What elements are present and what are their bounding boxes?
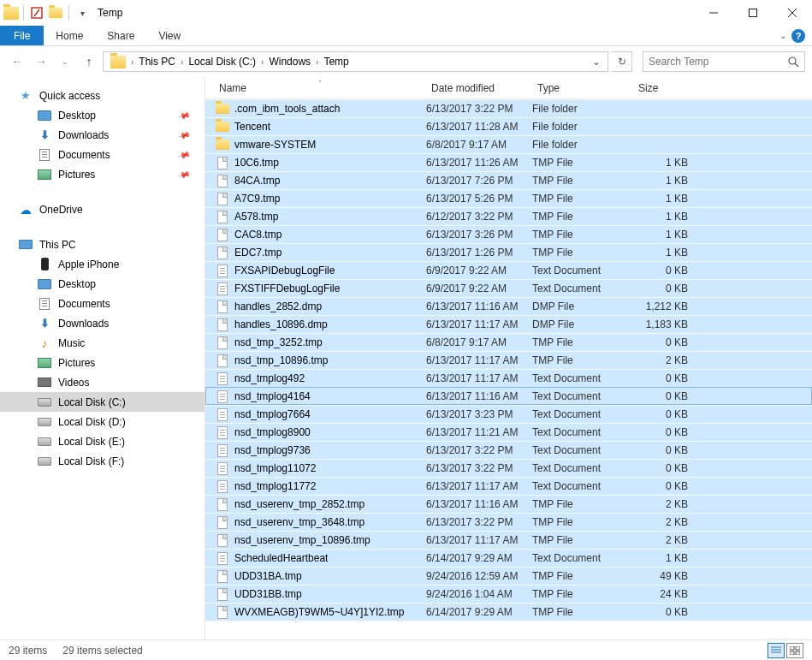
file-row[interactable]: nsd_tmplog4926/13/2017 11:17 AMText Docu…	[205, 369, 812, 387]
maximize-button[interactable]	[733, 0, 773, 26]
nav-forward-button[interactable]: →	[31, 51, 51, 72]
sidebar-item-pictures[interactable]: Pictures	[0, 353, 204, 372]
breadcrumb-drive[interactable]: Local Disk (C:)	[185, 56, 259, 68]
file-row[interactable]: Tencent6/13/2017 11:28 AMFile folder	[205, 117, 812, 135]
txt-icon	[217, 480, 228, 493]
svg-line-6	[795, 63, 798, 67]
file-name: nsd_tmplog4164	[234, 390, 311, 402]
file-row[interactable]: handles_2852.dmp6/13/2017 11:16 AMDMP Fi…	[205, 297, 812, 315]
tab-home[interactable]: Home	[44, 26, 95, 45]
file-row[interactable]: 84CA.tmp6/13/2017 7:26 PMTMP File1 KB	[205, 171, 812, 189]
sidebar-item-local-disk-d-[interactable]: Local Disk (D:)	[0, 412, 204, 431]
column-type[interactable]: Type	[532, 82, 633, 94]
sidebar-item-documents[interactable]: Documents	[0, 294, 204, 313]
chevron-right-icon[interactable]: ›	[259, 57, 265, 67]
file-row[interactable]: FXSAPIDebugLogFile6/9/2017 9:22 AMText D…	[205, 261, 812, 279]
file-size: 0 KB	[633, 444, 695, 456]
qat-newfolder-icon[interactable]	[47, 4, 64, 21]
column-date[interactable]: Date modified	[426, 82, 532, 94]
sidebar-item-local-disk-c-[interactable]: Local Disk (C:)	[0, 392, 204, 412]
file-row[interactable]: .com_ibm_tools_attach6/13/2017 3:22 PMFi…	[205, 99, 812, 117]
file-row[interactable]: nsd_tmplog89006/13/2017 11:21 AMText Doc…	[205, 423, 812, 441]
cloud-icon	[19, 204, 33, 216]
sidebar-item-local-disk-e-[interactable]: Local Disk (E:)	[0, 431, 204, 451]
file-date: 6/8/2017 9:17 AM	[426, 139, 532, 151]
search-icon[interactable]	[788, 56, 799, 68]
close-button[interactable]	[773, 0, 812, 26]
nav-up-button[interactable]: ↑	[79, 51, 99, 72]
view-thumbnails-button[interactable]	[786, 643, 803, 658]
breadcrumb-windows[interactable]: Windows	[265, 56, 314, 68]
file-row[interactable]: handles_10896.dmp6/13/2017 11:17 AMDMP F…	[205, 315, 812, 333]
address-bar[interactable]: › This PC › Local Disk (C:) › Windows › …	[103, 51, 608, 72]
file-row[interactable]: nsd_tmplog76646/13/2017 3:23 PMText Docu…	[205, 405, 812, 423]
address-dropdown-icon[interactable]: ⌄	[589, 56, 604, 68]
file-size: 1 KB	[633, 552, 695, 564]
file-row[interactable]: ScheduledHeartbeat6/14/2017 9:29 AMText …	[205, 549, 812, 567]
file-row[interactable]: nsd_userenv_tmp_10896.tmp6/13/2017 11:17…	[205, 531, 812, 549]
tab-view[interactable]: View	[146, 26, 193, 45]
file-row[interactable]: nsd_userenv_tmp_2852.tmp6/13/2017 11:16 …	[205, 495, 812, 513]
chevron-right-icon[interactable]: ›	[129, 57, 135, 67]
qat-customize-dropdown[interactable]: ▾	[74, 4, 91, 21]
sidebar-this-pc[interactable]: This PC	[0, 235, 204, 254]
file-size: 2 KB	[633, 354, 695, 366]
sidebar-item-downloads[interactable]: Downloads📌	[0, 125, 204, 145]
sidebar-item-desktop[interactable]: Desktop	[0, 274, 204, 294]
search-input[interactable]	[649, 56, 788, 68]
minimize-button[interactable]	[694, 0, 733, 26]
file-row[interactable]: UDD31BA.tmp9/24/2016 12:59 AMTMP File49 …	[205, 567, 812, 585]
file-row[interactable]: vmware-SYSTEM6/8/2017 9:17 AMFile folder	[205, 135, 812, 153]
nav-back-button[interactable]: ←	[7, 51, 27, 72]
file-size: 1,212 KB	[633, 300, 695, 312]
file-row[interactable]: FXSTIFFDebugLogFile6/9/2017 9:22 AMText …	[205, 279, 812, 297]
file-row[interactable]: nsd_tmplog110726/13/2017 3:22 PMText Doc…	[205, 459, 812, 477]
sidebar-item-documents[interactable]: Documents📌	[0, 145, 204, 164]
navbar: ← → ⌄ ↑ › This PC › Local Disk (C:) › Wi…	[0, 46, 812, 77]
view-details-button[interactable]	[768, 643, 785, 658]
search-box[interactable]	[643, 51, 805, 72]
sidebar-item-videos[interactable]: Videos	[0, 372, 204, 392]
sidebar-item-desktop[interactable]: Desktop📌	[0, 105, 204, 125]
qat-properties-icon[interactable]	[28, 4, 45, 21]
nav-recent-dropdown[interactable]: ⌄	[55, 51, 75, 72]
file-row[interactable]: nsd_tmp_10896.tmp6/13/2017 11:17 AMTMP F…	[205, 351, 812, 369]
file-row[interactable]: WVXMEAGB)T9WM5~U4Y]1YI2.tmp6/14/2017 9:2…	[205, 603, 812, 621]
breadcrumb-this-pc[interactable]: This PC	[135, 56, 179, 68]
refresh-button[interactable]: ↻	[612, 51, 632, 72]
file-date: 6/13/2017 3:22 PM	[426, 462, 532, 474]
file-row[interactable]: nsd_tmp_3252.tmp6/8/2017 9:17 AMTMP File…	[205, 333, 812, 351]
file-row[interactable]: nsd_tmplog117726/13/2017 11:17 AMText Do…	[205, 477, 812, 495]
file-row[interactable]: nsd_userenv_tmp_3648.tmp6/13/2017 3:22 P…	[205, 513, 812, 531]
file-name: nsd_tmplog8900	[234, 426, 311, 438]
tab-share[interactable]: Share	[95, 26, 146, 45]
file-row[interactable]: nsd_tmplog41646/13/2017 11:16 AMText Doc…	[205, 387, 812, 405]
file-row[interactable]: nsd_tmplog97366/13/2017 3:22 PMText Docu…	[205, 441, 812, 459]
chevron-right-icon[interactable]: ›	[314, 57, 320, 67]
sidebar-item-pictures[interactable]: Pictures📌	[0, 164, 204, 184]
help-icon[interactable]: ?	[791, 29, 805, 43]
chevron-right-icon[interactable]: ›	[179, 57, 185, 67]
column-size[interactable]: Size	[633, 82, 695, 94]
file-row[interactable]: A7C9.tmp6/13/2017 5:26 PMTMP File1 KB	[205, 189, 812, 207]
sidebar-item-local-disk-f-[interactable]: Local Disk (F:)	[0, 451, 204, 471]
file-row[interactable]: UDD31BB.tmp9/24/2016 1:04 AMTMP File24 K…	[205, 585, 812, 603]
navigation-pane: Quick access Desktop📌Downloads📌Documents…	[0, 77, 205, 639]
column-name[interactable]: Name ˄	[214, 82, 426, 94]
file-type: Text Document	[532, 265, 633, 276]
breadcrumb-temp[interactable]: Temp	[320, 56, 352, 68]
ribbon-expand-icon[interactable]: ⌄	[779, 31, 786, 40]
file-row[interactable]: CAC8.tmp6/13/2017 3:26 PMTMP File1 KB	[205, 225, 812, 243]
file-row[interactable]: A578.tmp6/12/2017 3:22 PMTMP File1 KB	[205, 207, 812, 225]
file-row[interactable]: EDC7.tmp6/13/2017 1:26 PMTMP File1 KB	[205, 243, 812, 261]
sidebar-item-downloads[interactable]: Downloads	[0, 313, 204, 333]
sidebar-item-music[interactable]: Music	[0, 333, 204, 353]
sidebar-item-apple-iphone[interactable]: Apple iPhone	[0, 254, 204, 274]
file-date: 6/13/2017 3:26 PM	[426, 229, 532, 241]
file-row[interactable]: 10C6.tmp6/13/2017 11:26 AMTMP File1 KB	[205, 153, 812, 171]
tab-file[interactable]: File	[0, 26, 44, 45]
file-date: 6/13/2017 11:17 AM	[426, 318, 532, 330]
sidebar-quick-access[interactable]: Quick access	[0, 86, 204, 105]
file-icon	[217, 606, 228, 619]
sidebar-onedrive[interactable]: OneDrive	[0, 199, 204, 219]
